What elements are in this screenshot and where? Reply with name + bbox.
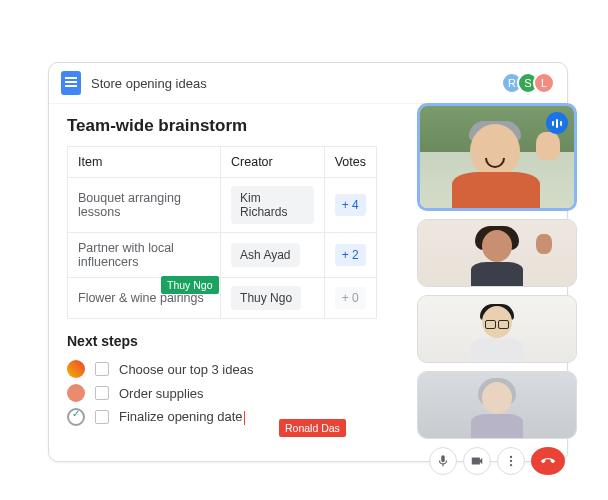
vote-chip[interactable]: + 4 <box>335 194 366 216</box>
checkmark-icon <box>67 408 85 426</box>
cell-creator: Ash Ayad <box>221 233 325 278</box>
docs-icon <box>61 71 81 95</box>
participant-video <box>418 372 576 438</box>
video-icon <box>470 454 484 468</box>
svg-point-0 <box>510 456 512 458</box>
more-button[interactable] <box>497 447 525 475</box>
participant-video <box>418 220 576 286</box>
mic-button[interactable] <box>429 447 457 475</box>
ideas-table[interactable]: Item Creator Votes Bouquet arranging les… <box>67 146 377 319</box>
avatar[interactable]: L <box>533 72 555 94</box>
step-text[interactable]: Finalize opening date <box>119 409 245 425</box>
meet-panel <box>417 103 577 475</box>
col-creator: Creator <box>221 147 325 178</box>
document-window: Store opening ideas R S L Team-wide brai… <box>48 62 568 462</box>
col-votes: Votes <box>324 147 376 178</box>
meet-controls <box>417 447 577 475</box>
table-row[interactable]: Bouquet arranging lessons Kim Richards +… <box>68 178 377 233</box>
collaborator-cursor-tag: Thuy Ngo <box>161 276 219 294</box>
collaborator-cursor-tag: Ronald Das <box>279 419 346 437</box>
svg-point-1 <box>510 460 512 462</box>
participant-video <box>418 296 576 362</box>
creator-chip[interactable]: Ash Ayad <box>231 243 299 267</box>
step-text[interactable]: Order supplies <box>119 386 204 401</box>
vote-chip[interactable]: + 0 <box>335 287 366 309</box>
checkbox[interactable] <box>95 362 109 376</box>
svg-point-2 <box>510 464 512 466</box>
mic-icon <box>436 454 450 468</box>
cell-votes: + 2 <box>324 233 376 278</box>
video-button[interactable] <box>463 447 491 475</box>
topbar: Store opening ideas R S L <box>49 63 567 104</box>
speaking-indicator-icon <box>546 112 568 134</box>
assignee-icon <box>67 384 85 402</box>
col-item: Item <box>68 147 221 178</box>
creator-chip[interactable]: Kim Richards <box>231 186 314 224</box>
cell-item[interactable]: Partner with local influencers <box>68 233 221 278</box>
video-tile[interactable] <box>417 219 577 287</box>
video-tile-active[interactable] <box>417 103 577 211</box>
phone-icon <box>541 454 555 468</box>
cell-creator: Kim Richards <box>221 178 325 233</box>
creator-chip[interactable]: Thuy Ngo <box>231 286 301 310</box>
table-row[interactable]: Partner with local influencers Ash Ayad … <box>68 233 377 278</box>
video-tile[interactable] <box>417 295 577 363</box>
checkbox[interactable] <box>95 410 109 424</box>
cell-votes: + 0 <box>324 278 376 319</box>
collaborator-avatars: R S L <box>507 72 555 94</box>
cell-votes: + 4 <box>324 178 376 233</box>
assignee-icon <box>67 360 85 378</box>
vote-chip[interactable]: + 2 <box>335 244 366 266</box>
video-tile[interactable] <box>417 371 577 439</box>
more-icon <box>504 454 518 468</box>
checkbox[interactable] <box>95 386 109 400</box>
cell-creator: Thuy Ngo <box>221 278 325 319</box>
text-cursor <box>244 411 246 425</box>
table-row[interactable]: Flower & wine pairings Thuy Ngo + 0 <box>68 278 377 319</box>
step-text[interactable]: Choose our top 3 ideas <box>119 362 253 377</box>
document-title[interactable]: Store opening ideas <box>91 76 207 91</box>
step-label: Finalize opening date <box>119 409 243 424</box>
hangup-button[interactable] <box>531 447 565 475</box>
cell-item[interactable]: Bouquet arranging lessons <box>68 178 221 233</box>
